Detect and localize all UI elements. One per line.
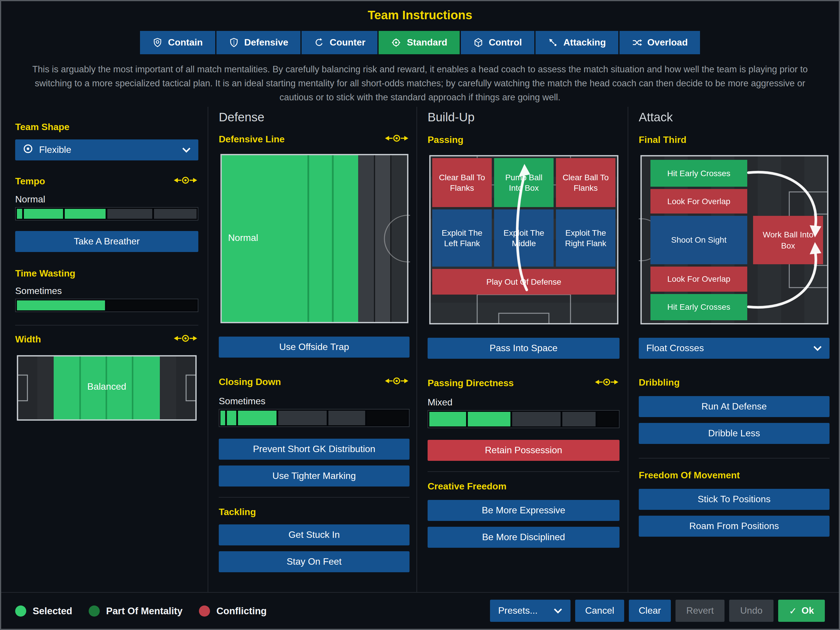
tab-counter[interactable]: Counter xyxy=(302,31,378,54)
zone-exploit-the-right-flank[interactable]: Exploit The Right Flank xyxy=(556,209,616,267)
tab-attacking[interactable]: Attacking xyxy=(535,31,618,54)
ok-button[interactable]: ✓ Ok xyxy=(778,600,825,622)
counter-arrow-icon xyxy=(314,37,324,48)
legend-selected: Selected xyxy=(15,605,72,616)
attack-heading: Attack xyxy=(639,110,829,124)
tab-label: Standard xyxy=(407,37,447,48)
check-icon: ✓ xyxy=(789,605,797,616)
legend-label: Selected xyxy=(33,605,72,616)
zone-work-ball-into-box[interactable]: Work Ball Into Box xyxy=(753,216,823,264)
pass-into-space-button[interactable]: Pass Into Space xyxy=(428,338,619,359)
run-at-defense-button[interactable]: Run At Defense xyxy=(639,396,829,417)
be-more-disciplined-button[interactable]: Be More Disciplined xyxy=(428,527,619,548)
team-shape-dropdown[interactable]: Flexible xyxy=(15,139,198,160)
crosses-dropdown[interactable]: Float Crosses xyxy=(639,338,829,359)
tab-label: Counter xyxy=(330,37,365,48)
attack-arrow-icon xyxy=(548,37,558,48)
zone-hit-early-crosses-bottom[interactable]: Hit Early Crosses xyxy=(651,294,747,320)
retain-possession-button[interactable]: Retain Possession xyxy=(428,440,619,461)
tempo-value: Normal xyxy=(15,194,198,205)
clear-button[interactable]: Clear xyxy=(629,600,671,622)
passing-directness-mentality-dial-icon[interactable] xyxy=(594,377,619,389)
passing-directness-value: Mixed xyxy=(428,397,619,408)
dribble-less-button[interactable]: Dribble Less xyxy=(639,423,829,444)
flexible-target-icon xyxy=(23,144,33,156)
ok-label: Ok xyxy=(802,605,814,616)
legend-label: Conflicting xyxy=(216,605,267,616)
legend-label: Part Of Mentality xyxy=(106,605,183,616)
target-icon xyxy=(391,37,402,48)
undo-button[interactable]: Undo xyxy=(729,600,774,622)
zone-play-out-of-defense[interactable]: Play Out Of Defense xyxy=(432,269,616,295)
get-stuck-in-button[interactable]: Get Stuck In xyxy=(219,524,409,545)
defensive-line-mentality-dial-icon[interactable] xyxy=(384,134,409,145)
conflicting-dot-icon xyxy=(199,605,210,616)
time-wasting-value: Sometimes xyxy=(15,286,198,296)
presets-dropdown[interactable]: Presets... xyxy=(490,600,570,622)
passing-label: Passing xyxy=(428,135,619,145)
chevron-down-icon xyxy=(813,343,822,354)
tab-control[interactable]: Control xyxy=(461,31,534,54)
team-shape-value: Flexible xyxy=(39,145,71,155)
tab-defensive[interactable]: Defensive xyxy=(216,31,300,54)
legend-conflicting: Conflicting xyxy=(199,605,267,616)
zone-hit-early-crosses-top[interactable]: Hit Early Crosses xyxy=(651,160,747,187)
defensive-line-pitch[interactable]: Normal xyxy=(219,152,409,325)
defense-heading: Defense xyxy=(219,110,409,124)
page-title: Team Instructions xyxy=(1,8,839,22)
team-shape-label: Team Shape xyxy=(15,122,198,133)
tab-contain[interactable]: Contain xyxy=(140,31,215,54)
tempo-mentality-dial-icon[interactable] xyxy=(173,175,198,187)
zone-exploit-the-middle[interactable]: Exploit The Middle xyxy=(494,209,554,267)
zone-clear-ball-to-flanks-right[interactable]: Clear Ball To Flanks xyxy=(556,158,616,207)
stay-on-feet-button[interactable]: Stay On Feet xyxy=(219,551,409,572)
use-tighter-marking-button[interactable]: Use Tighter Marking xyxy=(219,466,409,486)
width-pitch[interactable]: Balanced xyxy=(15,354,198,422)
general-instructions-column: Team Shape Flexible Tempo Normal Take A … xyxy=(1,107,208,592)
width-mentality-dial-icon[interactable] xyxy=(173,334,198,345)
revert-button[interactable]: Revert xyxy=(676,600,725,622)
attack-column: Attack Final Third Hit Early Crosses Loo… xyxy=(628,107,840,592)
tab-overload[interactable]: Overload xyxy=(619,31,700,54)
mentality-description: This is arguably the most important of a… xyxy=(26,62,814,104)
cancel-button[interactable]: Cancel xyxy=(575,600,624,622)
freedom-of-movement-label: Freedom Of Movement xyxy=(639,470,829,481)
passing-focus-pitch: Clear Ball To Flanks Pump Ball Into Box … xyxy=(428,153,619,326)
closing-down-mentality-dial-icon[interactable] xyxy=(384,376,409,388)
shield-icon xyxy=(228,37,239,48)
time-wasting-slider[interactable] xyxy=(15,298,198,312)
footer-bar: Selected Part Of Mentality Conflicting P… xyxy=(1,592,839,629)
prevent-short-gk-distribution-button[interactable]: Prevent Short GK Distribution xyxy=(219,439,409,459)
final-third-pitch: Hit Early Crosses Look For Overlap Shoot… xyxy=(639,153,829,326)
tempo-slider[interactable] xyxy=(15,207,198,221)
roam-from-positions-button[interactable]: Roam From Positions xyxy=(639,516,829,537)
divider xyxy=(428,471,619,472)
zone-shoot-on-sight[interactable]: Shoot On Sight xyxy=(651,216,747,264)
defense-column: Defense Defensive Line xyxy=(208,107,417,592)
closing-down-label: Closing Down xyxy=(219,377,281,387)
mentality-tabs: Contain Defensive Counter Standard Contr… xyxy=(1,31,839,54)
defensive-line-value: Normal xyxy=(228,233,258,243)
selected-dot-icon xyxy=(15,605,26,616)
crosses-value: Float Crosses xyxy=(646,343,704,354)
stick-to-positions-button[interactable]: Stick To Positions xyxy=(639,489,829,510)
presets-label: Presets... xyxy=(498,605,538,616)
zone-look-for-overlap-bottom[interactable]: Look For Overlap xyxy=(651,267,747,292)
use-offside-trap-button[interactable]: Use Offside Trap xyxy=(219,336,409,358)
tackling-label: Tackling xyxy=(219,507,409,518)
chevron-down-icon xyxy=(554,605,562,616)
divider xyxy=(15,325,198,325)
passing-directness-slider[interactable] xyxy=(428,410,619,428)
zone-clear-ball-to-flanks-left[interactable]: Clear Ball To Flanks xyxy=(432,158,492,207)
zone-look-for-overlap-top[interactable]: Look For Overlap xyxy=(651,189,747,213)
closing-down-slider[interactable] xyxy=(219,409,409,427)
divider xyxy=(219,497,409,497)
take-a-breather-button[interactable]: Take A Breather xyxy=(15,231,198,252)
zone-exploit-the-left-flank[interactable]: Exploit The Left Flank xyxy=(432,209,492,267)
be-more-expressive-button[interactable]: Be More Expressive xyxy=(428,500,619,521)
tab-label: Control xyxy=(489,37,522,48)
width-value: Balanced xyxy=(54,382,160,392)
tab-standard[interactable]: Standard xyxy=(379,31,459,54)
zone-pump-ball-into-box[interactable]: Pump Ball Into Box xyxy=(494,158,554,207)
tempo-label: Tempo xyxy=(15,176,45,187)
